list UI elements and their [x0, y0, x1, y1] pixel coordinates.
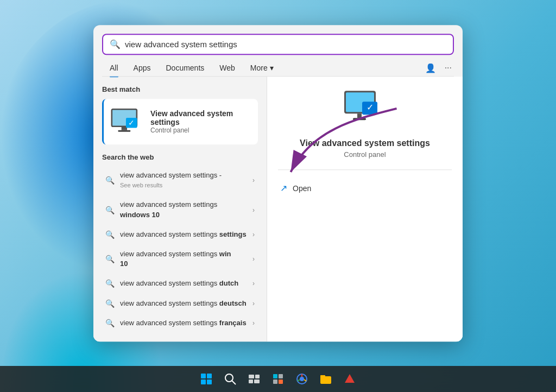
svg-rect-23 — [273, 374, 277, 378]
best-match-info: View advanced system settings Control pa… — [150, 109, 251, 134]
tab-web[interactable]: Web — [212, 59, 243, 77]
svg-rect-13 — [201, 374, 206, 378]
web-item-text: view advanced system settings settings — [120, 230, 247, 239]
svg-rect-32 — [320, 376, 331, 384]
web-search-title: Search the web — [102, 153, 258, 161]
right-panel: ✓ View advanced system settings Control … — [267, 77, 463, 342]
svg-rect-20 — [255, 375, 260, 378]
chevron-right-icon: › — [252, 206, 255, 214]
taskbar-search-icon[interactable] — [220, 369, 240, 389]
svg-rect-11 — [357, 113, 362, 118]
content-area: Best match ✓ View advanced system settin… — [93, 77, 463, 342]
list-item[interactable]: 🔍 view advanced system settings windows … — [102, 195, 258, 225]
list-item[interactable]: 🔍 view advanced system settings settings… — [102, 225, 258, 244]
svg-marker-34 — [345, 374, 355, 383]
search-bar-area: 🔍 — [93, 25, 463, 55]
open-action[interactable]: ↗ Open — [278, 179, 452, 198]
best-match-item[interactable]: ✓ View advanced system settings Control … — [102, 99, 258, 144]
taskbar-fileexplorer-icon[interactable] — [316, 369, 336, 389]
svg-line-30 — [304, 380, 306, 381]
right-panel-title: View advanced system settings — [300, 138, 430, 148]
tabs-area: All Apps Documents Web More ▾ 👤 ··· — [93, 55, 463, 77]
chevron-right-icon: › — [252, 319, 255, 327]
tab-documents[interactable]: Documents — [158, 59, 212, 77]
chevron-right-icon: › — [252, 280, 255, 288]
list-item[interactable]: 🔍 view advanced system settings win10 › — [102, 244, 258, 274]
svg-point-28 — [300, 377, 304, 381]
open-label: Open — [293, 184, 311, 193]
search-input-wrapper[interactable]: 🔍 — [102, 34, 454, 55]
web-item-text: view advanced system settings français — [120, 318, 247, 328]
best-match-item-subtitle: Control panel — [150, 127, 251, 134]
taskbar-windows-icon[interactable] — [197, 369, 216, 389]
svg-rect-14 — [207, 374, 212, 378]
taskbar-store-icon[interactable] — [340, 369, 359, 389]
svg-point-17 — [225, 374, 233, 382]
search-input[interactable] — [125, 40, 446, 49]
list-item[interactable]: 🔍 view advanced system settings français… — [102, 313, 258, 333]
chevron-right-icon: › — [252, 176, 255, 184]
search-window: 🔍 All Apps Documents Web More ▾ 👤 ··· Be… — [93, 25, 463, 342]
svg-rect-15 — [201, 380, 206, 384]
svg-line-31 — [298, 380, 300, 381]
right-panel-subtitle: Control panel — [344, 150, 386, 159]
svg-rect-26 — [279, 380, 283, 384]
svg-rect-22 — [254, 380, 260, 383]
svg-rect-21 — [249, 380, 253, 383]
web-item-text: view advanced system settings deutsch — [120, 299, 247, 308]
monitor-icon: ✓ — [110, 105, 144, 138]
search-icon: 🔍 — [105, 280, 115, 288]
search-icon: 🔍 — [105, 255, 115, 263]
web-item-text: view advanced system settings -See web r… — [120, 170, 247, 190]
svg-rect-33 — [320, 375, 325, 377]
open-icon: ↗ — [280, 183, 287, 193]
web-item-text: view advanced system settings dutch — [120, 279, 247, 289]
taskbar-widgets-icon[interactable] — [268, 369, 288, 389]
left-panel: Best match ✓ View advanced system settin… — [93, 77, 267, 342]
svg-text:✓: ✓ — [128, 118, 135, 127]
taskbar-taskview-icon[interactable] — [244, 369, 264, 389]
best-match-item-title: View advanced system settings — [150, 109, 251, 127]
svg-rect-16 — [207, 380, 212, 384]
list-item[interactable]: 🔍 view advanced system settings -See web… — [102, 166, 258, 195]
web-item-text: view advanced system settings win10 — [120, 249, 247, 269]
search-icon: 🔍 — [105, 176, 115, 185]
svg-rect-12 — [353, 118, 366, 120]
list-item[interactable]: 🔍 view advanced system settings dutch › — [102, 274, 258, 294]
search-icon: 🔍 — [105, 206, 115, 214]
search-icon: 🔍 — [110, 39, 121, 49]
right-panel-app-icon: ✓ — [343, 90, 387, 130]
search-icon: 🔍 — [105, 299, 115, 308]
chevron-right-icon: › — [252, 300, 255, 307]
right-panel-divider — [278, 169, 452, 170]
chevron-right-icon: › — [252, 231, 255, 238]
tab-apps[interactable]: Apps — [126, 59, 159, 77]
svg-text:✓: ✓ — [367, 103, 374, 112]
list-item[interactable]: 🔍 view advanced system settings deutsch … — [102, 294, 258, 313]
more-options-icon[interactable]: ··· — [443, 61, 454, 75]
svg-rect-19 — [249, 375, 254, 378]
tab-all[interactable]: All — [102, 59, 126, 77]
svg-line-18 — [232, 381, 236, 384]
svg-rect-24 — [279, 374, 283, 378]
taskbar — [0, 366, 556, 392]
taskbar-chrome-icon[interactable] — [292, 369, 312, 389]
person-icon[interactable]: 👤 — [423, 61, 438, 75]
search-icon: 🔍 — [105, 230, 115, 239]
search-icon: 🔍 — [105, 319, 115, 327]
best-match-title: Best match — [102, 85, 258, 93]
web-item-text: view advanced system settings windows 10 — [120, 200, 247, 220]
svg-rect-25 — [273, 380, 277, 384]
svg-rect-3 — [118, 130, 130, 132]
chevron-right-icon: › — [252, 255, 255, 263]
tabs-right: 👤 ··· — [423, 61, 454, 75]
tab-more[interactable]: More ▾ — [243, 59, 281, 77]
